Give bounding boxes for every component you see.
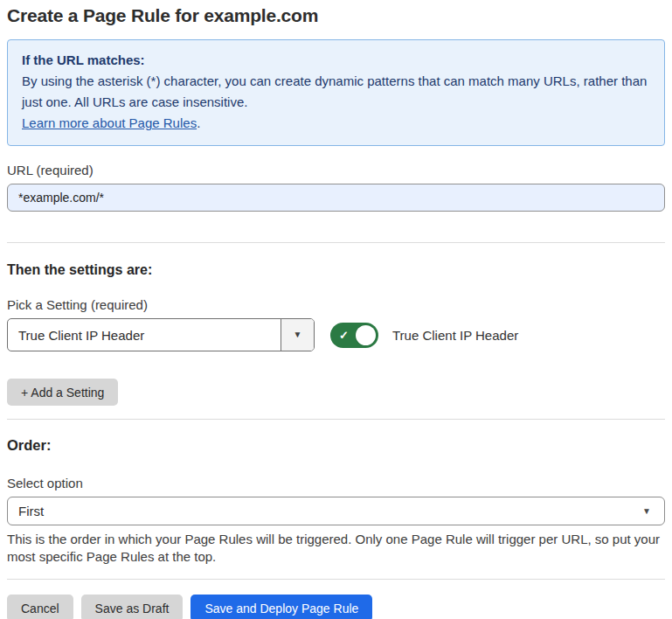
setting-picker-label: Pick a Setting (required): [7, 297, 665, 312]
info-box-link-line: Learn more about Page Rules.: [22, 113, 650, 134]
order-select-label: Select option: [7, 476, 665, 490]
add-setting-button[interactable]: + Add a Setting: [7, 379, 118, 406]
url-input[interactable]: [7, 184, 665, 212]
order-select[interactable]: First ▼: [7, 497, 665, 525]
caret-down-icon: ▼: [642, 507, 651, 516]
caret-down-icon: ▼: [294, 330, 302, 339]
info-box-heading: If the URL matches:: [22, 50, 650, 71]
url-match-info-box: If the URL matches: By using the asteris…: [7, 39, 665, 146]
setting-row: True Client IP Header ▼ ✓ True Client IP…: [7, 318, 665, 351]
order-section-heading: Order:: [7, 437, 665, 454]
save-and-deploy-button[interactable]: Save and Deploy Page Rule: [191, 595, 372, 619]
order-help-text: This is the order in which your Page Rul…: [7, 531, 665, 566]
check-icon: ✓: [339, 329, 349, 342]
cancel-button[interactable]: Cancel: [7, 595, 73, 619]
divider: [7, 579, 665, 580]
action-button-row: Cancel Save as Draft Save and Deploy Pag…: [7, 595, 665, 619]
setting-select[interactable]: True Client IP Header ▼: [7, 318, 315, 351]
setting-select-value: True Client IP Header: [8, 319, 281, 351]
setting-toggle[interactable]: ✓: [330, 323, 378, 348]
setting-toggle-label: True Client IP Header: [392, 328, 518, 343]
info-box-body: By using the asterisk (*) character, you…: [22, 71, 650, 113]
learn-more-link[interactable]: Learn more about Page Rules: [22, 115, 197, 130]
setting-select-arrow-button[interactable]: ▼: [281, 319, 314, 351]
order-select-value: First: [18, 504, 44, 518]
page-title: Create a Page Rule for example.com: [7, 5, 665, 26]
url-field-label: URL (required): [7, 163, 665, 177]
divider: [7, 242, 665, 243]
link-suffix: .: [197, 115, 200, 130]
toggle-knob: [356, 325, 376, 345]
save-as-draft-button[interactable]: Save as Draft: [81, 595, 184, 619]
settings-section-heading: Then the settings are:: [7, 262, 665, 278]
divider: [7, 419, 665, 420]
